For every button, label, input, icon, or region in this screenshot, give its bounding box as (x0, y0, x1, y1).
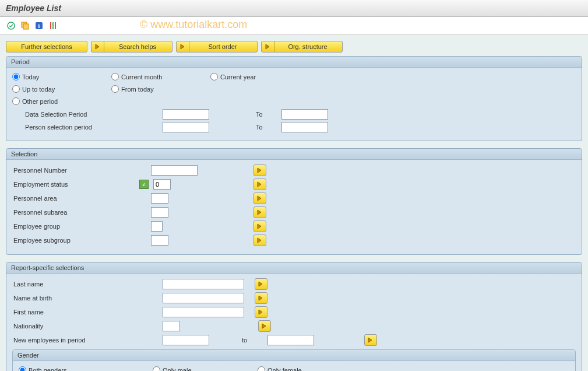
employment-status-input[interactable] (153, 179, 171, 190)
employee-group-input[interactable] (151, 221, 163, 232)
personnel-area-input[interactable] (151, 193, 168, 204)
toolbar: i © www.tutorialkart.com (0, 17, 588, 35)
person-selection-to-input[interactable] (281, 122, 328, 132)
first-name-multi-button[interactable] (255, 306, 267, 318)
period-group: Period Today Current month Current year … (6, 56, 582, 141)
execute-icon[interactable] (6, 20, 16, 31)
data-selection-to-label: To (253, 111, 277, 118)
info-icon[interactable]: i (34, 20, 44, 31)
new-employees-label: New employees in period (12, 337, 158, 344)
name-at-birth-multi-button[interactable] (255, 292, 267, 304)
content-area: Further selections Search helps Sort ord… (0, 35, 588, 371)
arrow-right-icon (262, 41, 274, 52)
data-selection-period-label: Data Selection Period (24, 111, 158, 118)
personnel-number-multi-button[interactable] (253, 164, 266, 176)
svg-text:i: i (38, 23, 40, 29)
not-equal-icon: ≠ (139, 180, 149, 189)
new-employees-multi-button[interactable] (364, 334, 377, 346)
further-selections-button[interactable]: Further selections (6, 41, 87, 52)
selection-legend: Selection (6, 149, 582, 160)
personnel-area-label: Personnel area (12, 195, 146, 202)
employee-group-multi-button[interactable] (253, 220, 266, 232)
name-at-birth-input[interactable] (163, 293, 244, 303)
new-employees-from-input[interactable] (163, 335, 209, 345)
gender-female-radio[interactable]: Only female (258, 366, 302, 371)
period-today-radio[interactable]: Today (12, 73, 39, 80)
report-legend: Report-specific selections (6, 262, 582, 274)
last-name-input[interactable] (163, 279, 244, 289)
first-name-label: First name (12, 309, 158, 316)
nationality-label: Nationality (12, 323, 158, 330)
period-current-year-radio[interactable]: Current year (210, 73, 256, 80)
output-icon[interactable] (48, 20, 58, 31)
personnel-number-label: Personnel Number (12, 167, 146, 174)
sort-order-button[interactable]: Sort order (176, 41, 258, 52)
page-title: Employee List (0, 0, 588, 17)
svg-rect-5 (50, 22, 51, 29)
last-name-label: Last name (12, 281, 158, 288)
personnel-subarea-label: Personnel subarea (12, 209, 146, 216)
gender-group: Gender Both genders Only male Only femal… (12, 349, 576, 371)
gender-male-radio[interactable]: Only male (153, 366, 192, 371)
personnel-subarea-multi-button[interactable] (253, 206, 266, 218)
employment-status-label: Employment status (12, 181, 137, 188)
report-group: Report-specific selections Last name Nam… (6, 262, 582, 371)
gender-legend: Gender (13, 350, 575, 361)
svg-rect-2 (23, 24, 29, 29)
nationality-input[interactable] (163, 321, 180, 331)
person-selection-to-label: To (253, 124, 277, 131)
data-selection-to-input[interactable] (281, 109, 328, 120)
period-current-month-radio[interactable]: Current month (111, 73, 162, 80)
arrow-right-icon (177, 41, 189, 52)
period-legend: Period (6, 57, 582, 68)
variant-icon[interactable] (20, 20, 30, 31)
personnel-area-multi-button[interactable] (253, 192, 266, 204)
person-selection-period-label: Person selection period (24, 124, 158, 131)
selection-group: Selection Personnel Number Employment st… (6, 148, 582, 255)
svg-rect-6 (52, 22, 54, 29)
period-up-to-today-radio[interactable]: Up to today (12, 85, 55, 93)
action-button-row: Further selections Search helps Sort ord… (6, 41, 582, 52)
employee-group-label: Employee group (12, 223, 146, 230)
personnel-number-input[interactable] (151, 165, 198, 176)
svg-rect-7 (55, 22, 56, 29)
nationality-multi-button[interactable] (258, 320, 271, 332)
new-employees-to-label: to (240, 337, 263, 344)
period-from-today-radio[interactable]: From today (111, 85, 154, 93)
personnel-subarea-input[interactable] (151, 207, 168, 218)
org-structure-button[interactable]: Org. structure (261, 41, 343, 52)
gender-both-radio[interactable]: Both genders (19, 366, 66, 371)
new-employees-to-input[interactable] (267, 335, 314, 345)
employment-status-multi-button[interactable] (253, 178, 266, 190)
employee-subgroup-label: Employee subgroup (12, 237, 146, 244)
period-other-radio[interactable]: Other period (12, 97, 58, 105)
last-name-multi-button[interactable] (255, 278, 267, 290)
person-selection-from-input[interactable] (163, 122, 209, 132)
data-selection-from-input[interactable] (163, 109, 209, 120)
employee-subgroup-multi-button[interactable] (253, 235, 266, 246)
watermark-text: © www.tutorialkart.com (140, 19, 247, 31)
name-at-birth-label: Name at birth (12, 295, 158, 302)
employee-subgroup-input[interactable] (151, 235, 168, 246)
search-helps-button[interactable]: Search helps (91, 41, 172, 52)
first-name-input[interactable] (163, 307, 244, 317)
arrow-right-icon (91, 41, 104, 52)
